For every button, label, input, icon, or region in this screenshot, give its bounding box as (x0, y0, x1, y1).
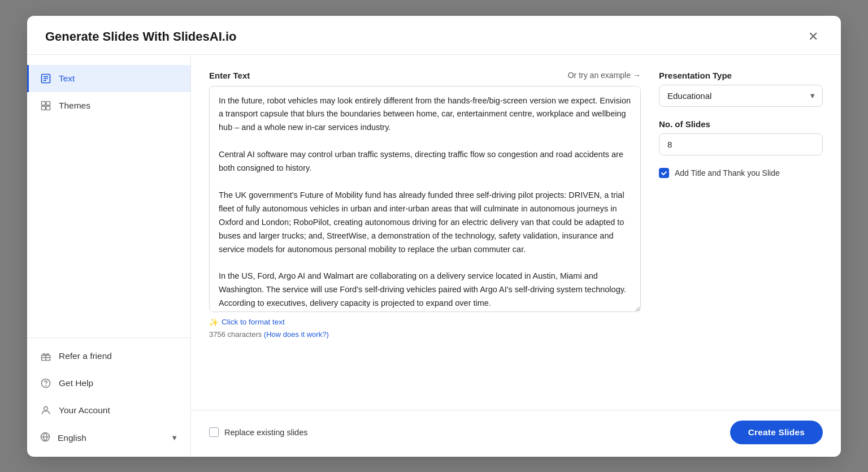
slides-count-section: No. of Slides (659, 119, 823, 155)
svg-rect-4 (42, 101, 46, 105)
language-label: English (58, 433, 86, 443)
replace-row: Replace existing slides (209, 427, 308, 437)
checkbox-row: Add Title and Thank you Slide (659, 168, 823, 178)
sidebar-top: Text Themes (27, 65, 190, 337)
content-area: Enter Text Or try an example → ✨ Click t… (191, 55, 841, 457)
add-title-label: Add Title and Thank you Slide (675, 168, 780, 177)
gift-icon (40, 350, 52, 362)
text-section: Enter Text Or try an example → ✨ Click t… (209, 71, 641, 399)
content-inner: Enter Text Or try an example → ✨ Click t… (191, 55, 841, 399)
sidebar-item-help[interactable]: Get Help (27, 370, 190, 397)
account-label: Your Account (59, 405, 110, 415)
language-icon (40, 431, 51, 445)
sidebar-item-refer[interactable]: Refer a friend (27, 343, 190, 370)
format-text-button[interactable]: ✨ Click to format text (209, 318, 285, 327)
sidebar-themes-label: Themes (59, 101, 90, 111)
sidebar-item-language[interactable]: English ▼ (27, 424, 190, 452)
format-row: ✨ Click to format text (209, 318, 641, 327)
pres-type-label: Presentation Type (659, 71, 823, 80)
svg-rect-7 (46, 106, 50, 110)
arrow-right-icon: → (633, 71, 641, 80)
modal-overlay: Generate Slides With SlidesAI.io ✕ (0, 0, 868, 472)
refer-label: Refer a friend (59, 351, 112, 361)
char-count: 3756 characters (209, 330, 262, 339)
how-works-link[interactable]: (How does it work?) (264, 330, 329, 339)
text-section-header: Enter Text Or try an example → (209, 71, 641, 80)
svg-point-10 (46, 385, 46, 386)
main-textarea[interactable] (209, 86, 641, 312)
sidebar-item-account[interactable]: Your Account (27, 397, 190, 424)
replace-checkbox[interactable] (209, 427, 219, 437)
sidebar-text-label: Text (59, 73, 75, 84)
text-icon (40, 72, 52, 85)
modal-header: Generate Slides With SlidesAI.io ✕ (27, 16, 841, 55)
svg-point-11 (44, 406, 48, 410)
right-panel: Presentation Type Educational Business G… (659, 71, 823, 399)
replace-label: Replace existing slides (224, 428, 308, 437)
chevron-down-icon: ▼ (171, 434, 178, 442)
slides-input[interactable] (659, 133, 823, 155)
char-count-row: 3756 characters (How does it work?) (209, 330, 641, 339)
close-button[interactable]: ✕ (804, 28, 823, 45)
modal-body: Text Themes (27, 55, 841, 457)
try-example-link[interactable]: Or try an example → (568, 71, 641, 80)
pres-type-select[interactable]: Educational Business General Creative Ac… (659, 85, 823, 107)
modal: Generate Slides With SlidesAI.io ✕ (27, 16, 841, 457)
slides-label: No. of Slides (659, 119, 823, 129)
sidebar-bottom: Refer a friend Get Help (27, 337, 190, 457)
modal-title: Generate Slides With SlidesAI.io (45, 29, 236, 44)
account-icon (40, 404, 52, 417)
presentation-type-section: Presentation Type Educational Business G… (659, 71, 823, 107)
sidebar: Text Themes (27, 55, 191, 457)
help-label: Get Help (59, 378, 93, 388)
svg-rect-6 (42, 106, 46, 110)
select-wrapper: Educational Business General Creative Ac… (659, 85, 823, 107)
sidebar-item-text[interactable]: Text (27, 65, 190, 92)
enter-text-label: Enter Text (209, 71, 250, 80)
create-slides-button[interactable]: Create Slides (730, 421, 823, 444)
sparkle-icon: ✨ (209, 318, 219, 327)
sidebar-item-themes[interactable]: Themes (27, 92, 190, 119)
add-title-checkbox[interactable] (659, 168, 669, 178)
themes-icon (40, 99, 52, 112)
modal-footer: Replace existing slides Create Slides (191, 410, 841, 457)
svg-rect-5 (46, 101, 50, 105)
help-icon (40, 377, 52, 389)
